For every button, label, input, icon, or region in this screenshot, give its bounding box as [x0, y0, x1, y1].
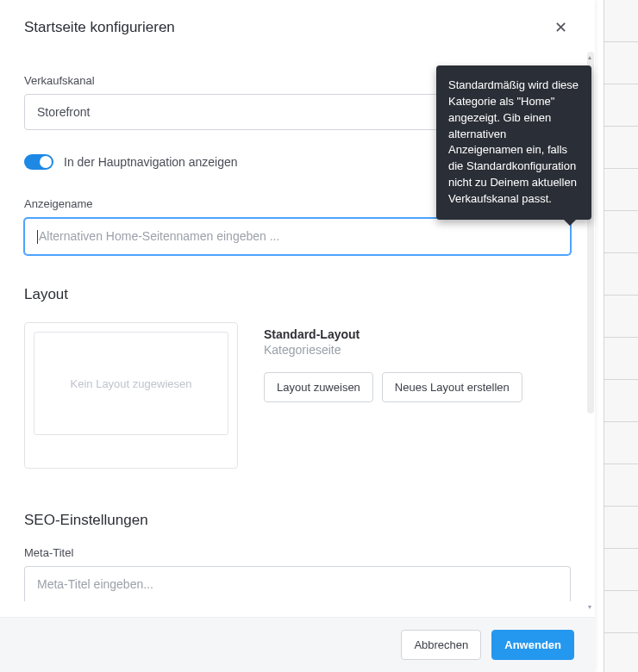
apply-button[interactable]: Anwenden [491, 630, 574, 660]
layout-meta-title: Standard-Layout [264, 327, 571, 341]
modal-header: Startseite konfigurieren ✕ [0, 0, 595, 48]
main-nav-toggle-label: In der Hauptnavigation anzeigen [64, 155, 238, 169]
meta-title-placeholder: Meta-Titel eingeben... [37, 577, 153, 591]
layout-button-row: Layout zuweisen Neues Layout erstellen [264, 372, 571, 402]
display-name-placeholder: Alternativen Home-Seitennamen eingeben .… [39, 229, 279, 243]
close-icon: ✕ [554, 18, 567, 37]
scrollbar-down-icon[interactable]: ▾ [585, 603, 594, 612]
tooltip-text: Standardmäßig wird diese Kategorie als "… [448, 78, 579, 205]
seo-section-title: SEO-Einstellungen [24, 512, 571, 529]
modal-footer: Abbrechen Anwenden [0, 617, 595, 672]
toggle-knob [40, 156, 52, 168]
close-button[interactable]: ✕ [550, 17, 571, 38]
cancel-button[interactable]: Abbrechen [401, 630, 481, 660]
layout-section-title: Layout [24, 286, 571, 303]
main-nav-toggle[interactable] [24, 154, 53, 170]
sales-channel-label: Verkaufskanal [24, 74, 95, 87]
layout-preview-card: Kein Layout zugewiesen [24, 322, 238, 469]
configure-home-modal: Startseite konfigurieren ✕ Verkaufskanal… [0, 0, 595, 672]
layout-preview-placeholder: Kein Layout zugewiesen [34, 332, 228, 435]
modal-title: Startseite konfigurieren [24, 19, 175, 36]
background-panel [604, 0, 638, 672]
layout-preview-text: Kein Layout zugewiesen [71, 377, 192, 390]
meta-title-input[interactable]: Meta-Titel eingeben... [24, 566, 571, 601]
meta-title-label: Meta-Titel [24, 546, 73, 559]
meta-title-field: Meta-Titel Meta-Titel eingeben... [24, 546, 571, 601]
layout-meta: Standard-Layout Kategorieseite Layout zu… [264, 322, 571, 469]
sales-channel-value: Storefront [37, 105, 90, 119]
display-name-help-tooltip: Standardmäßig wird diese Kategorie als "… [436, 65, 591, 220]
create-layout-button[interactable]: Neues Layout erstellen [382, 372, 522, 402]
display-name-label: Anzeigename [24, 197, 93, 210]
layout-row: Kein Layout zugewiesen Standard-Layout K… [24, 322, 571, 469]
layout-meta-subtitle: Kategorieseite [264, 343, 571, 357]
assign-layout-button[interactable]: Layout zuweisen [264, 372, 373, 402]
display-name-input[interactable]: Alternativen Home-Seitennamen eingeben .… [24, 218, 571, 255]
